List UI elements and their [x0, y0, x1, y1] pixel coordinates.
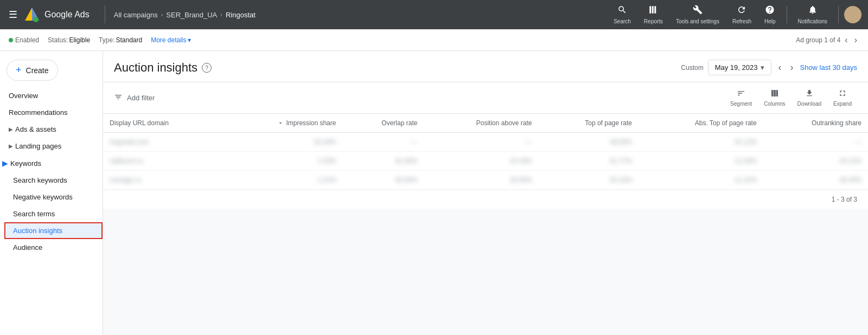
date-next-button[interactable]: › [788, 60, 795, 75]
search-nav-item[interactable]: Search [608, 3, 636, 27]
enabled-label: Enabled [15, 36, 39, 44]
show-last-30-link[interactable]: Show last 30 days [800, 63, 857, 72]
cell-position-2: 33.33% [424, 152, 538, 171]
cell-position-3: 25.00% [424, 171, 538, 190]
table-container: Display URL domain Impression share Over… [103, 114, 868, 209]
breadcrumb-campaign[interactable]: SER_Brand_UA [166, 11, 217, 19]
refresh-nav-item[interactable]: Refresh [727, 3, 757, 27]
tools-nav-item[interactable]: Tools and settings [671, 3, 725, 27]
sidebar: + Create Overview Recommendations ▶ Ads … [0, 51, 103, 335]
add-filter-label[interactable]: Add filter [127, 94, 155, 102]
col-header-impression-share[interactable]: Impression share [223, 114, 342, 133]
refresh-nav-icon [737, 5, 746, 17]
date-custom-label: Custom [681, 64, 703, 72]
enabled-dot [9, 38, 13, 42]
blurred-overlap-3: 50.00% [395, 176, 418, 184]
blurred-top-2: 61.77% [610, 157, 632, 165]
status-item: Status: Eligible [48, 36, 90, 44]
filter-icon [114, 93, 123, 104]
cell-top-1: 48.55% [539, 133, 639, 152]
cell-outranking-2: 43.21% [763, 152, 868, 171]
download-label: Download [797, 101, 821, 107]
sidebar-item-auction-insights[interactable]: Auction insights [4, 222, 103, 239]
nav-actions: Search Reports Tools and settings Refres… [608, 3, 861, 27]
date-controls: Custom May 19, 2023 ▾ ‹ › Show last 30 d… [681, 60, 857, 75]
date-picker[interactable]: May 19, 2023 ▾ [708, 60, 772, 75]
segment-button[interactable]: Segment [725, 87, 757, 109]
cell-impression-2: 1.53% [223, 152, 342, 171]
cell-impression-1: 52.03% [223, 133, 342, 152]
cell-outranking-1: — [763, 133, 868, 152]
sidebar-item-search-keywords[interactable]: Search keywords [4, 172, 103, 189]
keywords-label: Keywords [10, 159, 41, 168]
table-row: calltouch.ru 1.53% 62.50% 33.33% 61.77% … [103, 152, 868, 171]
download-button[interactable]: Download [792, 87, 827, 109]
breadcrumb-all-campaigns[interactable]: All campaigns [114, 11, 158, 19]
ad-group-next-button[interactable]: › [852, 34, 859, 46]
notifications-nav-item[interactable]: Notifications [793, 3, 833, 27]
col-header-top-of-page[interactable]: Top of page rate [539, 114, 639, 133]
blurred-abs-1: 32.12% [735, 138, 757, 146]
table-row: ringostat.com 52.03% — — 48.55% 32.12% — [103, 133, 868, 152]
create-button[interactable]: + Create [7, 60, 58, 81]
col-header-abs-top[interactable]: Abs. Top of page rate [639, 114, 763, 133]
page-header: Auction insights ? Custom May 19, 2023 ▾… [103, 51, 868, 82]
svg-rect-5 [655, 6, 656, 14]
help-nav-label: Help [764, 18, 776, 24]
table-header-row: Display URL domain Impression share Over… [103, 114, 868, 133]
col-header-overlap-rate[interactable]: Overlap rate [342, 114, 424, 133]
sort-desc-icon [277, 120, 284, 126]
brand-name: Google Ads [44, 10, 90, 20]
help-nav-item[interactable]: Help [759, 3, 781, 27]
auction-insights-help-icon[interactable]: ? [202, 63, 212, 73]
blurred-outranking-3: 38.45% [839, 176, 861, 184]
page-title-row: Auction insights ? [114, 61, 212, 75]
blurred-top-3: 55.32% [610, 176, 632, 184]
more-details-label: More details [151, 36, 186, 44]
toolbar-actions: Segment Columns Download [725, 87, 857, 109]
sidebar-item-overview[interactable]: Overview [0, 87, 103, 104]
tools-nav-label: Tools and settings [676, 18, 719, 24]
blurred-abs-3: 11.22% [735, 176, 757, 184]
cell-outranking-3: 38.45% [763, 171, 868, 190]
user-avatar[interactable] [844, 6, 861, 23]
pagination-text: 1 - 3 of 3 [832, 196, 857, 203]
download-icon [805, 89, 814, 100]
plus-icon: + [16, 65, 22, 76]
blurred-impression-3: 1.21% [317, 176, 336, 184]
status-label: Status: [48, 36, 68, 44]
search-nav-label: Search [614, 18, 631, 24]
create-label: Create [26, 66, 49, 75]
hamburger-menu[interactable]: ☰ [7, 7, 20, 23]
expand-arrow-icon: ▶ [9, 126, 13, 132]
sidebar-item-landing-pages[interactable]: ▶ Landing pages [0, 138, 103, 154]
ad-group-prev-button[interactable]: ‹ [843, 34, 850, 46]
date-picker-chevron-icon: ▾ [761, 63, 764, 72]
col-header-domain[interactable]: Display URL domain [103, 114, 223, 133]
date-prev-button[interactable]: ‹ [776, 60, 783, 75]
sidebar-item-recommendations[interactable]: Recommendations [0, 104, 103, 121]
more-details-chevron-icon: ▾ [188, 36, 191, 44]
blurred-top-1: 48.55% [610, 138, 632, 146]
table-row: comagic.ru 1.21% 50.00% 25.00% 55.32% 11… [103, 171, 868, 190]
sidebar-item-audience[interactable]: Audience [4, 239, 103, 256]
type-value: Standard [116, 36, 142, 44]
columns-button[interactable]: Columns [758, 87, 790, 109]
blurred-overlap-2: 62.50% [395, 157, 418, 165]
col-header-position-above[interactable]: Position above rate [424, 114, 538, 133]
blurred-position-1: — [526, 138, 532, 146]
expand-arrow-landing-icon: ▶ [9, 143, 13, 149]
sidebar-item-negative-keywords[interactable]: Negative keywords [4, 189, 103, 205]
more-details-link[interactable]: More details ▾ [151, 36, 190, 44]
sidebar-item-search-terms[interactable]: Search terms [4, 205, 103, 222]
expand-button[interactable]: Expand [828, 87, 857, 109]
cell-abs-1: 32.12% [639, 133, 763, 152]
ad-group-nav: Ad group 1 of 4 ‹ › [796, 34, 859, 46]
date-value: May 19, 2023 [715, 63, 758, 72]
col-header-outranking[interactable]: Outranking share [763, 114, 868, 133]
sidebar-item-ads-assets[interactable]: ▶ Ads & assets [0, 121, 103, 138]
blurred-outranking-1: — [855, 138, 861, 146]
cell-overlap-2: 62.50% [342, 152, 424, 171]
reports-nav-item[interactable]: Reports [639, 3, 668, 27]
sidebar-item-keywords[interactable]: ▶ Keywords [0, 154, 103, 172]
